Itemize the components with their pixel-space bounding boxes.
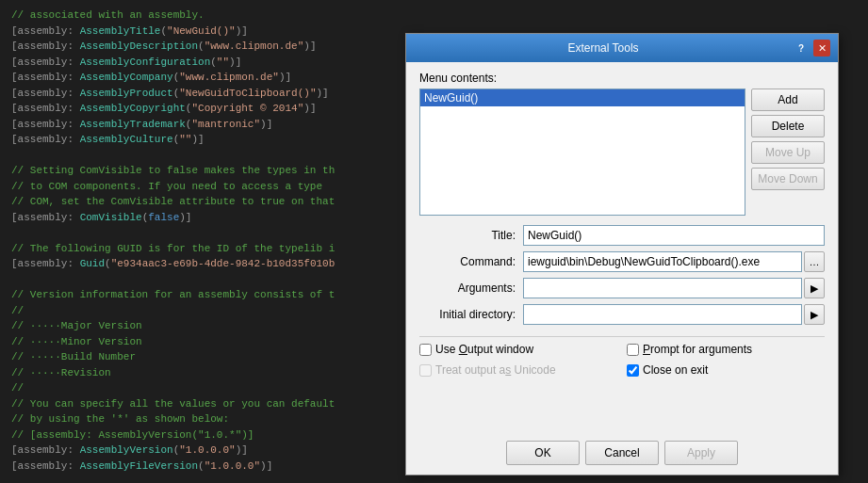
initial-directory-label: Initial directory:: [419, 308, 523, 321]
prompt-for-arguments-checkbox-row[interactable]: Prompt for arguments: [627, 343, 825, 356]
initial-directory-input-wrap: ▶: [523, 304, 825, 325]
initial-directory-row: Initial directory: ▶: [419, 304, 825, 325]
ok-button[interactable]: OK: [506, 441, 580, 465]
close-dialog-button[interactable]: ✕: [813, 40, 830, 56]
close-on-exit-checkbox-row[interactable]: Close on exit: [627, 363, 825, 377]
treat-output-as-unicode-checkbox: [419, 364, 432, 377]
prompt-for-arguments-label: Prompt for arguments: [643, 343, 752, 356]
title-input[interactable]: [523, 225, 825, 246]
arguments-browse-button[interactable]: ▶: [804, 278, 825, 298]
close-on-exit-label: Close on exit: [643, 363, 708, 377]
apply-button[interactable]: Apply: [664, 441, 738, 465]
command-browse-button[interactable]: …: [804, 251, 825, 272]
cancel-button[interactable]: Cancel: [585, 441, 659, 465]
delete-button[interactable]: Delete: [751, 115, 825, 137]
checkboxes-grid: Use Output window Prompt for arguments T…: [419, 343, 825, 380]
titlebar-buttons: ? ✕: [793, 40, 830, 56]
close-on-exit-checkbox[interactable]: [627, 364, 639, 377]
treat-output-as-unicode-checkbox-row: Treat output as Unicode: [419, 363, 617, 377]
dialog-title: External Tools: [414, 41, 793, 55]
move-down-button[interactable]: Move Down: [751, 168, 825, 190]
title-input-wrap: [523, 225, 825, 246]
command-input-wrap: …: [523, 251, 825, 272]
initial-directory-browse-button[interactable]: ▶: [804, 304, 825, 325]
menu-action-buttons: Add Delete Move Up Move Down: [751, 89, 825, 216]
arguments-input[interactable]: [523, 278, 802, 298]
external-tools-dialog: External Tools ? ✕ Menu contents: NewGui…: [405, 33, 839, 475]
dialog-titlebar: External Tools ? ✕: [406, 34, 838, 62]
menu-contents-area: NewGuid() Add Delete Move Up Move Down: [419, 89, 825, 216]
use-output-window-label: Use Output window: [435, 343, 533, 356]
divider: [419, 336, 825, 337]
code-line: // associated with an assembly.: [11, 8, 857, 24]
use-output-window-checkbox[interactable]: [419, 344, 432, 356]
dialog-content: Menu contents: NewGuid() Add Delete Move…: [406, 62, 838, 475]
command-input[interactable]: [523, 251, 802, 272]
treat-output-as-unicode-label: Treat output as Unicode: [435, 363, 556, 377]
add-button[interactable]: Add: [751, 89, 825, 111]
action-buttons: OK Cancel Apply: [419, 441, 825, 465]
title-row: Title:: [419, 225, 825, 246]
menu-list[interactable]: NewGuid(): [419, 89, 745, 216]
use-output-window-checkbox-row[interactable]: Use Output window: [419, 343, 617, 356]
move-up-button[interactable]: Move Up: [751, 141, 825, 164]
arguments-label: Arguments:: [419, 282, 523, 295]
title-label: Title:: [419, 229, 523, 242]
help-button[interactable]: ?: [793, 40, 810, 56]
command-label: Command:: [419, 255, 523, 268]
menu-list-item[interactable]: NewGuid(): [420, 89, 745, 106]
menu-contents-label: Menu contents:: [419, 72, 825, 85]
arguments-row: Arguments: ▶: [419, 278, 825, 298]
prompt-for-arguments-checkbox[interactable]: [627, 344, 639, 356]
initial-directory-input[interactable]: [523, 304, 802, 325]
arguments-input-wrap: ▶: [523, 278, 825, 298]
command-row: Command: …: [419, 251, 825, 272]
